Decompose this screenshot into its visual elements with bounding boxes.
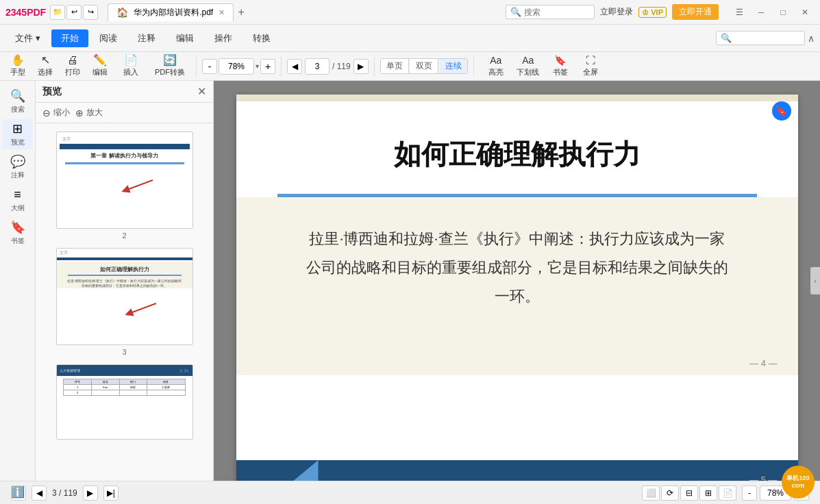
status-prev-btn[interactable]: ◀: [32, 486, 47, 501]
sidebar-close-btn[interactable]: ✕: [197, 85, 206, 98]
annotation-tools: Aa 高亮 Aa 下划线 🔖 书签 ⛶ 全屏: [482, 55, 604, 78]
underline-btn[interactable]: Aa 下划线: [512, 55, 544, 78]
outline-panel-btn[interactable]: ≡ 大纲: [3, 185, 33, 215]
status-single-view-btn[interactable]: ⬜: [642, 486, 660, 501]
outline-panel-icon: ≡: [14, 188, 21, 202]
page-content-text: 拉里·博西迪和拉姆·查兰《执行》中阐述：执行力应该成为一家公司的战略和目标的重要…: [305, 225, 730, 310]
maximize-btn[interactable]: □: [773, 5, 793, 19]
continuous-page-btn[interactable]: 连续: [440, 59, 467, 73]
double-page-btn[interactable]: 双页: [410, 59, 438, 73]
page-thumb-2[interactable]: 文字 第一章 解读执行力与领导力 2: [41, 129, 208, 242]
bookmark-btn[interactable]: 🔖 书签: [547, 55, 574, 78]
select-tool-btn[interactable]: ↖ 选择: [33, 55, 58, 78]
single-page-btn[interactable]: 单页: [381, 59, 409, 73]
arrow-annotation-3: [57, 249, 192, 344]
status-fit-btn[interactable]: ⊟: [680, 486, 698, 501]
header-search-icon: 🔍: [510, 7, 521, 17]
pdf-page-current: 🔖 如何正确理解执行力 拉里·博西迪和拉姆·查兰《执行》中阐述：执行力应该成为一…: [236, 94, 798, 481]
menu-convert[interactable]: 转换: [243, 29, 280, 47]
hand-icon: ✋: [11, 55, 25, 66]
toolbar-collapse-btn[interactable]: ∧: [808, 33, 815, 44]
zoom-out-btn[interactable]: -: [202, 59, 217, 74]
page-top-band: [236, 94, 798, 101]
document-tab[interactable]: 🏠 华为内部培训资料.pdf ✕: [108, 3, 234, 21]
menu-toolbar: 文件 ▾ 开始 阅读 注释 编辑 操作 转换 🔍 ∧: [0, 25, 820, 52]
menu-ops[interactable]: 操作: [205, 29, 242, 47]
menu-btn[interactable]: ☰: [730, 5, 749, 19]
titlebar-fwd-btn[interactable]: ↪: [83, 5, 98, 20]
zoom-in-btn[interactable]: +: [260, 59, 275, 74]
page-prev-btn[interactable]: ◀: [287, 59, 302, 74]
new-tab-btn[interactable]: +: [234, 5, 249, 20]
pdf-convert-btn[interactable]: 🔄 PDF转换: [149, 55, 190, 78]
sidebar-title: 预览: [42, 86, 62, 98]
main-layout: 🔍 搜索 ⊞ 预览 💬 注释 ≡ 大纲 🔖 书签 预览 ✕ ⊖ 缩小: [0, 81, 820, 481]
menu-file[interactable]: 文件 ▾: [5, 29, 50, 47]
title-bar-right: 🔍 立即登录 ♔ VIP 立即开通 ☰ ─ □ ✕: [506, 4, 815, 20]
bookmarks-panel-btn[interactable]: 🔖 书签: [3, 218, 33, 248]
info-btn[interactable]: ℹ️: [11, 486, 25, 499]
zoom-dropdown-arrow[interactable]: ▾: [256, 62, 259, 70]
print-icon: 🖨: [67, 55, 78, 66]
underline-icon: Aa: [522, 55, 534, 66]
zoom-input[interactable]: [219, 58, 254, 75]
login-btn[interactable]: 立即登录: [600, 6, 633, 18]
comment-panel-btn[interactable]: 💬 注释: [3, 152, 33, 182]
minus-circle-icon: ⊖: [42, 108, 51, 118]
thumb-num-3: 3: [122, 348, 126, 356]
sidebar-zoom-controls: ⊖ 缩小 ⊕ 放大: [36, 103, 213, 123]
hand-tool-btn[interactable]: ✋ 手型: [5, 55, 30, 78]
page-number: — 4 —: [236, 351, 798, 375]
status-left: |◀ ◀ 3 / 119 ▶ ▶|: [11, 486, 119, 501]
highlight-btn[interactable]: Aa 高亮: [482, 55, 510, 78]
status-rotate-btn[interactable]: ⟳: [661, 486, 679, 501]
status-page-info: 3 / 119: [52, 488, 77, 498]
minimize-btn[interactable]: ─: [751, 5, 771, 19]
watermark[interactable]: 单机100com: [782, 466, 815, 499]
menu-start[interactable]: 开始: [51, 29, 88, 47]
title-bar: 2345PDF 📁 ↩ ↪ 🏠 华为内部培训资料.pdf ✕ + 🔍 立即登录 …: [0, 0, 820, 25]
menu-annotate[interactable]: 注释: [128, 29, 165, 47]
open-btn[interactable]: 立即开通: [672, 4, 719, 20]
page-thumb-3[interactable]: 文字 如何正确理解执行力 拉里·博西迪和拉姆·查兰《执行》中阐述：执行力应该成为…: [41, 245, 208, 359]
status-last-page-btn[interactable]: ▶|: [103, 486, 119, 501]
cursor-icon: ↖: [41, 55, 50, 66]
page-bookmark-btn[interactable]: 🔖: [772, 101, 791, 121]
sidebar-enlarge-btn[interactable]: ⊕ 放大: [75, 107, 103, 118]
page-thumb-4[interactable]: 人力资源管理 人 1人 序号 姓名 部门 职务 1: [41, 362, 208, 442]
header-search-input[interactable]: [524, 8, 593, 17]
status-page-view-btn[interactable]: 📄: [719, 486, 736, 501]
status-zoom-out-btn[interactable]: -: [742, 486, 757, 501]
pdf-viewer[interactable]: 🔖 如何正确理解执行力 拉里·博西迪和拉姆·查兰《执行》中阐述：执行力应该成为一…: [214, 81, 820, 481]
toolbar-search-input[interactable]: [734, 34, 796, 43]
sidebar-shrink-btn[interactable]: ⊖ 缩小: [42, 107, 70, 118]
toolbar-search-icon: 🔍: [721, 33, 732, 43]
sep3: [374, 57, 375, 76]
edit-btn[interactable]: ✏️ 编辑: [88, 55, 112, 78]
window-controls: ☰ ─ □ ✕: [730, 5, 815, 19]
svg-line-0: [125, 180, 153, 190]
fullscreen-icon: ⛶: [586, 55, 595, 66]
print-btn[interactable]: 🖨 打印: [60, 55, 85, 78]
close-btn[interactable]: ✕: [795, 5, 815, 19]
titlebar-back-btn[interactable]: ↩: [66, 5, 82, 20]
menu-group: 文件 ▾ 开始 阅读 注释 编辑 操作 转换: [5, 29, 280, 47]
status-view-btns: ⬜ ⟳ ⊟ ⊞ 📄: [642, 486, 736, 501]
insert-btn[interactable]: 📄 插入: [115, 55, 147, 78]
page-number-input[interactable]: [305, 58, 330, 75]
page-next-btn[interactable]: ▶: [353, 59, 369, 74]
tab-close-btn[interactable]: ✕: [219, 8, 225, 17]
preview-panel-btn[interactable]: ⊞ 预览: [3, 119, 33, 149]
menu-edit[interactable]: 编辑: [166, 29, 203, 47]
status-next-btn[interactable]: ▶: [83, 486, 98, 501]
menu-read[interactable]: 阅读: [90, 29, 127, 47]
search-panel-btn[interactable]: 🔍 搜索: [3, 86, 33, 116]
app-logo: 2345PDF: [5, 7, 46, 18]
titlebar-folder-btn[interactable]: 📁: [50, 5, 65, 20]
fullscreen-btn[interactable]: ⛶ 全屏: [577, 55, 604, 78]
right-collapse-handle[interactable]: ›: [810, 267, 820, 294]
status-fullwidth-btn[interactable]: ⊞: [699, 486, 717, 501]
comment-panel-icon: 💬: [10, 154, 25, 169]
left-panel: 🔍 搜索 ⊞ 预览 💬 注释 ≡ 大纲 🔖 书签: [0, 81, 36, 481]
preview-panel-icon: ⊞: [12, 121, 23, 136]
